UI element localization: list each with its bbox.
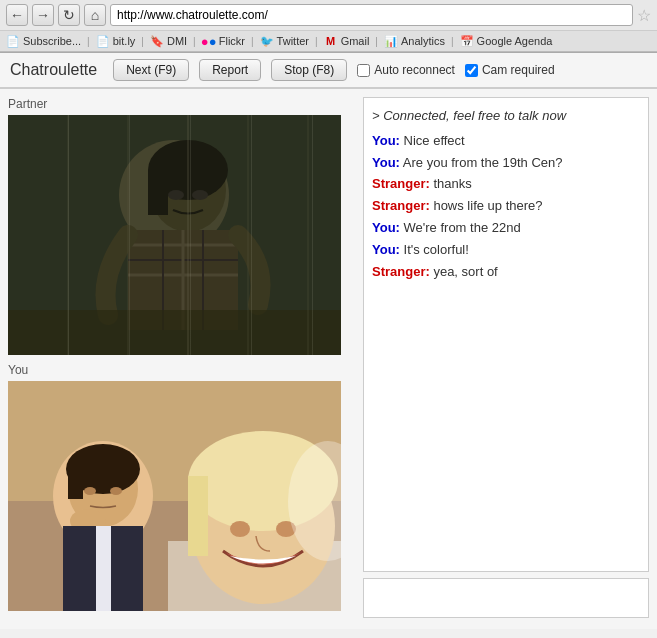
svg-point-5 [168,190,184,200]
chat-messages: You: Nice effectYou: Are you from the 19… [372,131,640,283]
forward-button[interactable]: → [32,4,54,26]
app-title: Chatroulette [10,61,97,79]
auto-reconnect-checkbox-label[interactable]: Auto reconnect [357,63,455,77]
chat-input-area [363,578,649,621]
chat-message: You: Nice effect [372,131,640,152]
auto-reconnect-label: Auto reconnect [374,63,455,77]
main-content: Partner [0,89,657,629]
bookmark-twitter[interactable]: 🐦 Twitter [260,34,309,48]
svg-rect-4 [148,170,168,215]
next-button[interactable]: Next (F9) [113,59,189,81]
bitly-label: bit.ly [113,35,136,47]
address-bar[interactable] [110,4,633,26]
auto-reconnect-checkbox[interactable] [357,64,370,77]
subscribe-label: Subscribe... [23,35,81,47]
svg-rect-31 [96,526,111,611]
cam-required-checkbox[interactable] [465,64,478,77]
bookmark-bitly[interactable]: 📄 bit.ly [96,34,136,48]
subscribe-icon: 📄 [6,34,20,48]
dmi-icon: 🔖 [150,34,164,48]
bookmark-dmi[interactable]: 🔖 DMI [150,34,187,48]
svg-point-27 [84,487,96,495]
chat-message: Stranger: thanks [372,174,640,195]
svg-rect-26 [68,469,83,499]
chat-message: You: It's colorful! [372,240,640,261]
you-video [8,381,341,611]
bookmark-star-icon[interactable]: ☆ [637,6,651,25]
left-panel: Partner [0,89,355,629]
partner-video-svg [8,115,341,355]
flickr-icon: ●● [202,34,216,48]
bookmark-google-agenda[interactable]: 📅 Google Agenda [460,34,553,48]
chat-message: Stranger: hows life up there? [372,196,640,217]
cam-required-checkbox-label[interactable]: Cam required [465,63,555,77]
chat-area: > Connected, feel free to talk now You: … [363,97,649,572]
chat-message: You: Are you from the 19th Cen? [372,153,640,174]
browser-chrome: ← → ↻ ⌂ ☆ 📄 Subscribe... | 📄 bit.ly | 🔖 … [0,0,657,53]
svg-point-6 [192,190,208,200]
chat-message: You: We're from the 22nd [372,218,640,239]
you-video-svg [8,381,341,611]
you-label: You [8,363,347,377]
svg-rect-35 [188,476,208,556]
app-bar: Chatroulette Next (F9) Report Stop (F8) … [0,53,657,89]
gmail-icon: M [324,34,338,48]
back-button[interactable]: ← [6,4,28,26]
bookmark-subscribe[interactable]: 📄 Subscribe... [6,34,81,48]
analytics-icon: 📊 [384,34,398,48]
analytics-label: Analytics [401,35,445,47]
cam-required-label: Cam required [482,63,555,77]
twitter-label: Twitter [277,35,309,47]
svg-point-37 [230,521,250,537]
stop-button[interactable]: Stop (F8) [271,59,347,81]
partner-label: Partner [8,97,347,111]
svg-point-28 [110,487,122,495]
dmi-label: DMI [167,35,187,47]
twitter-icon: 🐦 [260,34,274,48]
gmail-label: Gmail [341,35,370,47]
right-panel: > Connected, feel free to talk now You: … [355,89,657,629]
report-button[interactable]: Report [199,59,261,81]
refresh-button[interactable]: ↻ [58,4,80,26]
bookmark-gmail[interactable]: M Gmail [324,34,370,48]
bookmarks-bar: 📄 Subscribe... | 📄 bit.ly | 🔖 DMI | ●● F… [0,31,657,52]
agenda-label: Google Agenda [477,35,553,47]
bookmark-analytics[interactable]: 📊 Analytics [384,34,445,48]
agenda-icon: 📅 [460,34,474,48]
bitly-icon: 📄 [96,34,110,48]
chat-connected-msg: > Connected, feel free to talk now [372,106,640,127]
svg-rect-14 [8,310,341,355]
bookmark-flickr[interactable]: ●● Flickr [202,34,245,48]
home-button[interactable]: ⌂ [84,4,106,26]
chat-input[interactable] [363,578,649,618]
partner-video [8,115,341,355]
chat-message: Stranger: yea, sort of [372,262,640,283]
flickr-label: Flickr [219,35,245,47]
browser-nav: ← → ↻ ⌂ ☆ [0,0,657,31]
